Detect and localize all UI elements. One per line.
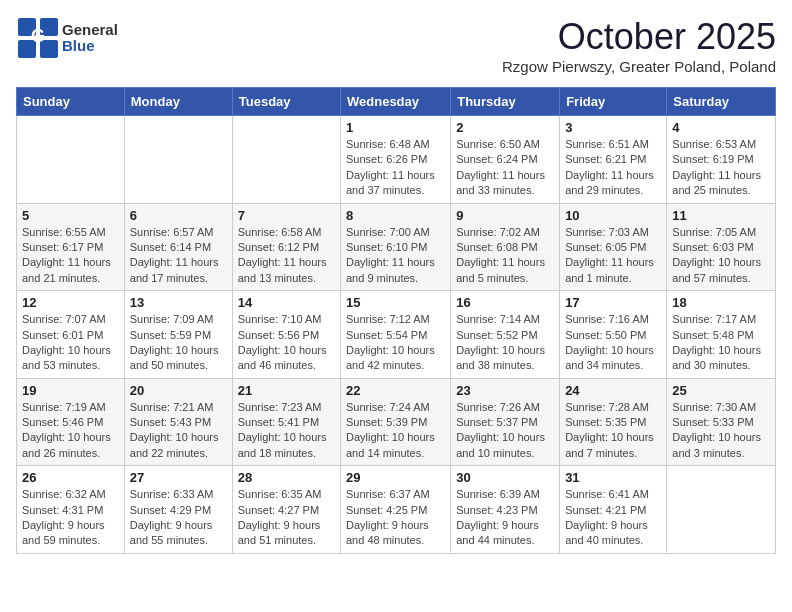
calendar-cell bbox=[17, 116, 125, 204]
calendar-cell: 5Sunrise: 6:55 AM Sunset: 6:17 PM Daylig… bbox=[17, 203, 125, 291]
logo-blue-text: Blue bbox=[62, 38, 118, 55]
day-info: Sunrise: 7:24 AM Sunset: 5:39 PM Dayligh… bbox=[346, 400, 445, 462]
calendar-table: SundayMondayTuesdayWednesdayThursdayFrid… bbox=[16, 87, 776, 554]
day-number: 20 bbox=[130, 383, 227, 398]
page-header: G General Blue October 2025 Rzgow Pierws… bbox=[16, 16, 776, 75]
day-info: Sunrise: 6:35 AM Sunset: 4:27 PM Dayligh… bbox=[238, 487, 335, 549]
day-number: 7 bbox=[238, 208, 335, 223]
weekday-header-tuesday: Tuesday bbox=[232, 88, 340, 116]
calendar-cell bbox=[667, 466, 776, 554]
day-number: 21 bbox=[238, 383, 335, 398]
day-number: 15 bbox=[346, 295, 445, 310]
day-number: 30 bbox=[456, 470, 554, 485]
day-info: Sunrise: 7:17 AM Sunset: 5:48 PM Dayligh… bbox=[672, 312, 770, 374]
calendar-cell: 27Sunrise: 6:33 AM Sunset: 4:29 PM Dayli… bbox=[124, 466, 232, 554]
day-number: 27 bbox=[130, 470, 227, 485]
day-info: Sunrise: 6:57 AM Sunset: 6:14 PM Dayligh… bbox=[130, 225, 227, 287]
day-info: Sunrise: 7:10 AM Sunset: 5:56 PM Dayligh… bbox=[238, 312, 335, 374]
weekday-header-sunday: Sunday bbox=[17, 88, 125, 116]
day-info: Sunrise: 6:51 AM Sunset: 6:21 PM Dayligh… bbox=[565, 137, 661, 199]
day-number: 3 bbox=[565, 120, 661, 135]
day-info: Sunrise: 6:32 AM Sunset: 4:31 PM Dayligh… bbox=[22, 487, 119, 549]
calendar-cell: 10Sunrise: 7:03 AM Sunset: 6:05 PM Dayli… bbox=[560, 203, 667, 291]
day-number: 2 bbox=[456, 120, 554, 135]
day-info: Sunrise: 7:28 AM Sunset: 5:35 PM Dayligh… bbox=[565, 400, 661, 462]
calendar-cell: 28Sunrise: 6:35 AM Sunset: 4:27 PM Dayli… bbox=[232, 466, 340, 554]
logo: G General Blue bbox=[16, 16, 118, 60]
calendar-cell: 9Sunrise: 7:02 AM Sunset: 6:08 PM Daylig… bbox=[451, 203, 560, 291]
day-number: 4 bbox=[672, 120, 770, 135]
day-number: 29 bbox=[346, 470, 445, 485]
weekday-header-saturday: Saturday bbox=[667, 88, 776, 116]
weekday-header-thursday: Thursday bbox=[451, 88, 560, 116]
day-info: Sunrise: 6:48 AM Sunset: 6:26 PM Dayligh… bbox=[346, 137, 445, 199]
day-number: 17 bbox=[565, 295, 661, 310]
calendar-cell: 1Sunrise: 6:48 AM Sunset: 6:26 PM Daylig… bbox=[341, 116, 451, 204]
calendar-cell: 6Sunrise: 6:57 AM Sunset: 6:14 PM Daylig… bbox=[124, 203, 232, 291]
calendar-cell: 16Sunrise: 7:14 AM Sunset: 5:52 PM Dayli… bbox=[451, 291, 560, 379]
month-title: October 2025 bbox=[502, 16, 776, 58]
calendar-cell: 23Sunrise: 7:26 AM Sunset: 5:37 PM Dayli… bbox=[451, 378, 560, 466]
calendar-cell: 18Sunrise: 7:17 AM Sunset: 5:48 PM Dayli… bbox=[667, 291, 776, 379]
day-number: 10 bbox=[565, 208, 661, 223]
day-info: Sunrise: 6:39 AM Sunset: 4:23 PM Dayligh… bbox=[456, 487, 554, 549]
day-info: Sunrise: 7:09 AM Sunset: 5:59 PM Dayligh… bbox=[130, 312, 227, 374]
day-info: Sunrise: 7:30 AM Sunset: 5:33 PM Dayligh… bbox=[672, 400, 770, 462]
day-number: 24 bbox=[565, 383, 661, 398]
calendar-cell: 2Sunrise: 6:50 AM Sunset: 6:24 PM Daylig… bbox=[451, 116, 560, 204]
day-number: 1 bbox=[346, 120, 445, 135]
calendar-cell: 11Sunrise: 7:05 AM Sunset: 6:03 PM Dayli… bbox=[667, 203, 776, 291]
day-info: Sunrise: 7:12 AM Sunset: 5:54 PM Dayligh… bbox=[346, 312, 445, 374]
day-info: Sunrise: 6:53 AM Sunset: 6:19 PM Dayligh… bbox=[672, 137, 770, 199]
calendar-week-row: 12Sunrise: 7:07 AM Sunset: 6:01 PM Dayli… bbox=[17, 291, 776, 379]
calendar-week-row: 19Sunrise: 7:19 AM Sunset: 5:46 PM Dayli… bbox=[17, 378, 776, 466]
day-number: 18 bbox=[672, 295, 770, 310]
day-number: 28 bbox=[238, 470, 335, 485]
day-number: 31 bbox=[565, 470, 661, 485]
day-info: Sunrise: 7:07 AM Sunset: 6:01 PM Dayligh… bbox=[22, 312, 119, 374]
calendar-cell: 21Sunrise: 7:23 AM Sunset: 5:41 PM Dayli… bbox=[232, 378, 340, 466]
day-info: Sunrise: 6:55 AM Sunset: 6:17 PM Dayligh… bbox=[22, 225, 119, 287]
calendar-cell: 15Sunrise: 7:12 AM Sunset: 5:54 PM Dayli… bbox=[341, 291, 451, 379]
calendar-cell: 12Sunrise: 7:07 AM Sunset: 6:01 PM Dayli… bbox=[17, 291, 125, 379]
day-info: Sunrise: 7:26 AM Sunset: 5:37 PM Dayligh… bbox=[456, 400, 554, 462]
day-info: Sunrise: 7:23 AM Sunset: 5:41 PM Dayligh… bbox=[238, 400, 335, 462]
calendar-week-row: 5Sunrise: 6:55 AM Sunset: 6:17 PM Daylig… bbox=[17, 203, 776, 291]
calendar-cell: 29Sunrise: 6:37 AM Sunset: 4:25 PM Dayli… bbox=[341, 466, 451, 554]
day-number: 22 bbox=[346, 383, 445, 398]
title-section: October 2025 Rzgow Pierwszy, Greater Pol… bbox=[502, 16, 776, 75]
day-info: Sunrise: 6:41 AM Sunset: 4:21 PM Dayligh… bbox=[565, 487, 661, 549]
day-number: 9 bbox=[456, 208, 554, 223]
calendar-header-row: SundayMondayTuesdayWednesdayThursdayFrid… bbox=[17, 88, 776, 116]
svg-text:G: G bbox=[31, 26, 45, 46]
day-number: 26 bbox=[22, 470, 119, 485]
day-number: 16 bbox=[456, 295, 554, 310]
location-title: Rzgow Pierwszy, Greater Poland, Poland bbox=[502, 58, 776, 75]
day-info: Sunrise: 7:03 AM Sunset: 6:05 PM Dayligh… bbox=[565, 225, 661, 287]
calendar-cell: 7Sunrise: 6:58 AM Sunset: 6:12 PM Daylig… bbox=[232, 203, 340, 291]
day-info: Sunrise: 6:50 AM Sunset: 6:24 PM Dayligh… bbox=[456, 137, 554, 199]
day-number: 11 bbox=[672, 208, 770, 223]
calendar-cell: 14Sunrise: 7:10 AM Sunset: 5:56 PM Dayli… bbox=[232, 291, 340, 379]
day-info: Sunrise: 7:16 AM Sunset: 5:50 PM Dayligh… bbox=[565, 312, 661, 374]
weekday-header-monday: Monday bbox=[124, 88, 232, 116]
day-info: Sunrise: 6:33 AM Sunset: 4:29 PM Dayligh… bbox=[130, 487, 227, 549]
day-info: Sunrise: 7:00 AM Sunset: 6:10 PM Dayligh… bbox=[346, 225, 445, 287]
day-number: 6 bbox=[130, 208, 227, 223]
calendar-cell: 20Sunrise: 7:21 AM Sunset: 5:43 PM Dayli… bbox=[124, 378, 232, 466]
calendar-cell: 26Sunrise: 6:32 AM Sunset: 4:31 PM Dayli… bbox=[17, 466, 125, 554]
day-info: Sunrise: 7:14 AM Sunset: 5:52 PM Dayligh… bbox=[456, 312, 554, 374]
day-info: Sunrise: 6:58 AM Sunset: 6:12 PM Dayligh… bbox=[238, 225, 335, 287]
calendar-cell: 3Sunrise: 6:51 AM Sunset: 6:21 PM Daylig… bbox=[560, 116, 667, 204]
day-number: 25 bbox=[672, 383, 770, 398]
calendar-cell: 30Sunrise: 6:39 AM Sunset: 4:23 PM Dayli… bbox=[451, 466, 560, 554]
calendar-cell: 25Sunrise: 7:30 AM Sunset: 5:33 PM Dayli… bbox=[667, 378, 776, 466]
logo-general-text: General bbox=[62, 22, 118, 39]
day-info: Sunrise: 7:19 AM Sunset: 5:46 PM Dayligh… bbox=[22, 400, 119, 462]
calendar-cell: 13Sunrise: 7:09 AM Sunset: 5:59 PM Dayli… bbox=[124, 291, 232, 379]
day-info: Sunrise: 7:02 AM Sunset: 6:08 PM Dayligh… bbox=[456, 225, 554, 287]
calendar-cell bbox=[124, 116, 232, 204]
day-info: Sunrise: 7:05 AM Sunset: 6:03 PM Dayligh… bbox=[672, 225, 770, 287]
calendar-cell: 17Sunrise: 7:16 AM Sunset: 5:50 PM Dayli… bbox=[560, 291, 667, 379]
weekday-header-wednesday: Wednesday bbox=[341, 88, 451, 116]
